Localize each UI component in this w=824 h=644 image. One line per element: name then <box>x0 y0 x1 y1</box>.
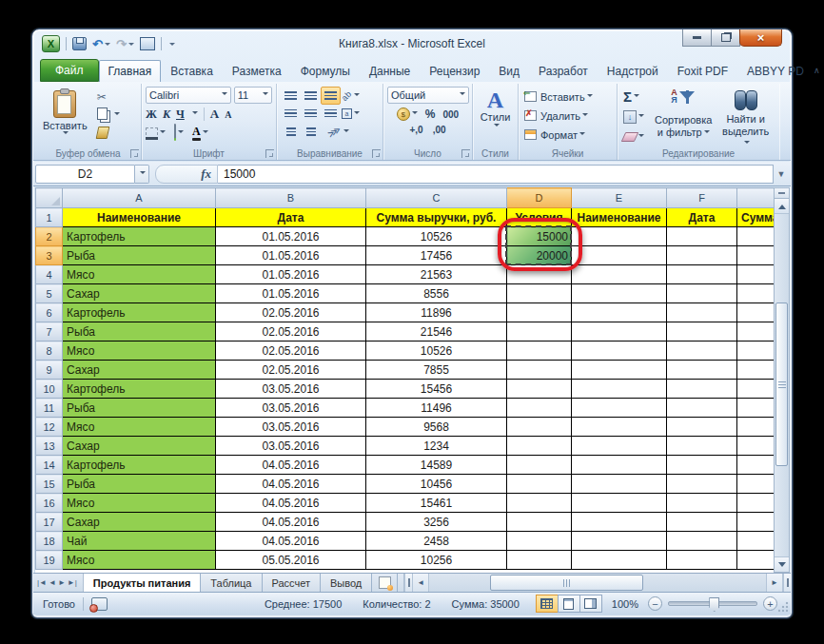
paste-button[interactable]: Вставить <box>39 88 91 140</box>
cell-empty[interactable] <box>737 437 775 456</box>
cell-empty[interactable] <box>572 380 667 399</box>
cell-date[interactable]: 03.05.2016 <box>216 418 366 437</box>
page-layout-view-button[interactable] <box>558 595 580 613</box>
cell-name[interactable]: Мясо <box>63 418 216 437</box>
cell-name[interactable]: Картофель <box>63 227 216 246</box>
sheet-tab-продукты-питания[interactable]: Продукты питания <box>84 573 202 592</box>
expand-formula-bar-icon[interactable]: ▼ <box>774 166 789 183</box>
cell-empty[interactable] <box>667 532 737 551</box>
cell-sum[interactable]: 10256 <box>366 551 507 570</box>
ribbon-tab-данные[interactable]: Данные <box>360 60 420 82</box>
row-header-19[interactable]: 19 <box>36 551 63 570</box>
cell-name[interactable]: Картофель <box>63 303 216 322</box>
row-header-3[interactable]: 3 <box>36 246 63 265</box>
cell-empty[interactable] <box>667 380 737 399</box>
cell-empty[interactable] <box>667 246 737 265</box>
cell-condition[interactable] <box>507 494 572 513</box>
cell-condition[interactable] <box>507 380 572 399</box>
increase-indent-button[interactable] <box>301 123 321 141</box>
cell-sum[interactable]: 15456 <box>366 380 507 399</box>
cell-empty[interactable] <box>572 456 667 475</box>
autosum-button[interactable]: Σ <box>621 88 651 105</box>
increase-decimal-button[interactable]: +,0 <box>409 125 422 135</box>
column-header-D[interactable]: D <box>507 188 572 208</box>
cell-empty[interactable] <box>572 418 667 437</box>
cell-date[interactable]: 05.05.2016 <box>216 551 366 570</box>
next-sheet-button[interactable]: ► <box>58 579 66 587</box>
cell-condition[interactable] <box>507 265 572 284</box>
cell-empty[interactable] <box>572 399 667 418</box>
row-header-1[interactable]: 1 <box>36 208 63 227</box>
cell-empty[interactable] <box>667 456 737 475</box>
cell-empty[interactable] <box>737 322 775 342</box>
cell-name[interactable]: Мясо <box>63 342 216 361</box>
restore-button[interactable] <box>711 29 740 47</box>
cell-date[interactable]: 04.05.2016 <box>216 513 366 532</box>
column-header-E[interactable]: E <box>572 188 667 208</box>
insert-cells-button[interactable]: Вставить <box>522 88 613 105</box>
cell-sum[interactable]: 8556 <box>366 284 507 303</box>
insert-worksheet-button[interactable] <box>372 574 398 592</box>
align-left-button[interactable] <box>281 105 301 123</box>
cell-date[interactable]: 04.05.2016 <box>216 456 366 475</box>
cell-empty[interactable] <box>737 284 775 303</box>
cell-date[interactable]: 04.05.2016 <box>216 532 366 551</box>
row-header-18[interactable]: 18 <box>36 532 63 551</box>
cell-sum[interactable]: 10526 <box>366 342 507 361</box>
cell-empty[interactable] <box>572 227 667 246</box>
ribbon-tab-рецензир[interactable]: Рецензир <box>420 60 489 82</box>
styles-button[interactable]: А Стили <box>477 87 514 131</box>
ribbon-tab-формулы[interactable]: Формулы <box>291 60 360 82</box>
cell-condition[interactable] <box>507 456 572 475</box>
scroll-left-button[interactable]: ◄ <box>412 574 429 592</box>
cell-empty[interactable] <box>667 551 737 570</box>
undo-button[interactable]: ↶ <box>92 38 110 50</box>
sheet-tab-таблица[interactable]: Таблица <box>201 574 262 592</box>
ribbon-tab-главная[interactable]: Главная <box>99 60 162 82</box>
customize-qat-button[interactable] <box>167 39 175 49</box>
fill-button[interactable]: ↓ <box>621 108 651 125</box>
cell-name[interactable]: Рыба <box>63 475 216 494</box>
shrink-font-button[interactable]: А <box>225 109 231 120</box>
vertical-scrollbar[interactable] <box>774 187 790 573</box>
cell-empty[interactable] <box>572 532 667 551</box>
cell-name[interactable]: Сахар <box>63 513 216 532</box>
cell-empty[interactable] <box>572 246 667 265</box>
cell-condition[interactable] <box>507 399 572 418</box>
cell-sum[interactable]: 10526 <box>366 227 507 246</box>
formula-input[interactable]: 15000 <box>218 165 774 184</box>
cell-empty[interactable] <box>667 475 737 494</box>
decrease-indent-button[interactable] <box>281 123 301 141</box>
cell-sum[interactable]: 17456 <box>366 246 507 265</box>
grow-font-button[interactable]: А <box>210 107 219 122</box>
column-header-A[interactable]: A <box>63 188 216 208</box>
zoom-slider-thumb[interactable] <box>709 597 719 612</box>
cell-empty[interactable] <box>737 456 775 475</box>
cell-sum[interactable]: 21563 <box>366 265 507 284</box>
ribbon-tab-разработ[interactable]: Разработ <box>529 60 598 82</box>
cell-sum[interactable]: 2458 <box>366 532 507 551</box>
zoom-in-button[interactable]: + <box>763 596 777 611</box>
cell-empty[interactable] <box>667 418 737 437</box>
ribbon-tab-вставка[interactable]: Вставка <box>161 60 223 82</box>
find-select-button[interactable]: Найти и выделить <box>716 87 775 151</box>
dialog-launcher-icon[interactable] <box>130 149 139 158</box>
align-right-button[interactable] <box>321 105 341 123</box>
cell-date[interactable]: 02.05.2016 <box>216 361 366 380</box>
cell-empty[interactable] <box>572 361 667 380</box>
cell-date[interactable]: 01.05.2016 <box>216 284 366 303</box>
cell-sum[interactable]: 21546 <box>366 322 507 342</box>
scroll-up-button[interactable] <box>775 199 789 214</box>
cell-empty[interactable] <box>737 303 775 322</box>
cell-sum[interactable]: 10456 <box>366 475 507 494</box>
cell-empty[interactable] <box>667 513 737 532</box>
cell-empty[interactable] <box>572 475 667 494</box>
prev-sheet-button[interactable]: ◄ <box>49 579 56 587</box>
cell-date[interactable]: 02.05.2016 <box>216 303 366 322</box>
collapse-ribbon-icon[interactable]: ∧ <box>814 66 820 75</box>
minimize-button[interactable] <box>682 29 712 47</box>
align-bottom-button[interactable] <box>321 87 341 105</box>
last-sheet-button[interactable]: ►| <box>68 579 77 587</box>
scroll-right-button[interactable]: ► <box>766 574 783 592</box>
row-header-6[interactable]: 6 <box>36 303 63 322</box>
